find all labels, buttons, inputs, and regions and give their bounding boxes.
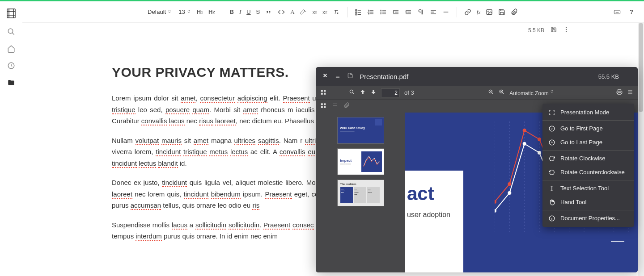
folder-icon[interactable]: [7, 79, 15, 87]
thumbs-view-icon[interactable]: [320, 102, 326, 110]
formula-button[interactable]: fx: [475, 7, 482, 17]
close-icon[interactable]: [322, 72, 328, 80]
paragraph-button[interactable]: [415, 7, 426, 17]
clear-format-button[interactable]: [331, 7, 342, 17]
pdf-tools-menu: Presentation Mode Go to First Page Go to…: [542, 104, 634, 227]
pdf-titlebar: Presentation.pdf 55.5 KB: [316, 67, 638, 86]
prev-page-icon[interactable]: [360, 89, 366, 96]
font-family-select[interactable]: Default: [145, 8, 174, 16]
page-number-input[interactable]: [381, 88, 400, 97]
outdent-button[interactable]: [390, 7, 401, 17]
svg-rect-15: [321, 90, 323, 92]
heading2-button[interactable]: H2: [207, 7, 216, 17]
heading1-button[interactable]: H1: [195, 7, 205, 17]
menu-last-page[interactable]: Go to Last Page: [542, 135, 634, 149]
svg-rect-0: [7, 9, 15, 18]
save-button[interactable]: [496, 7, 507, 17]
scrollbar-thumb[interactable]: [639, 23, 643, 112]
keyboard-icon[interactable]: [612, 7, 623, 17]
image-button[interactable]: [484, 7, 495, 17]
editor-toolbar: Default 13 H1 H2 B I U S A x2 x2 fx ?: [22, 1, 644, 23]
sidebar-toggle-icon[interactable]: [320, 89, 326, 96]
pdf-thumb-1[interactable]: 2018 Case Study ▬▬▬▬▬▬▬▬: [337, 117, 384, 144]
svg-point-49: [538, 151, 541, 155]
pdf-filesize: 55.5 KB: [598, 73, 619, 80]
menu-text-selection[interactable]: Text Selection Tool: [542, 181, 634, 195]
code-button[interactable]: [276, 7, 287, 17]
align-button[interactable]: [428, 7, 439, 17]
outline-view-icon[interactable]: [332, 102, 338, 110]
slide-subheading: user adoption: [407, 210, 452, 220]
home-icon[interactable]: [7, 45, 15, 53]
zoom-out-icon[interactable]: [488, 89, 494, 96]
subscript-button[interactable]: x2: [311, 8, 319, 17]
svg-point-8: [381, 13, 381, 14]
svg-rect-3: [356, 9, 357, 11]
tools-menu-icon[interactable]: [627, 89, 633, 96]
highlight-button[interactable]: [298, 7, 309, 17]
quote-button[interactable]: [263, 7, 274, 17]
help-icon[interactable]: ?: [628, 7, 635, 17]
indent-button[interactable]: [403, 7, 414, 17]
svg-rect-25: [324, 106, 326, 108]
svg-rect-11: [614, 10, 620, 14]
svg-rect-23: [324, 103, 326, 105]
svg-point-6: [381, 10, 381, 10]
menu-rotate-ccw[interactable]: Rotate Counterclockwise: [542, 165, 634, 179]
doc-menu-button[interactable]: [563, 26, 569, 34]
svg-rect-24: [321, 106, 323, 108]
link-button[interactable]: [462, 7, 473, 17]
italic-button[interactable]: I: [237, 7, 243, 17]
attachments-view-icon[interactable]: [343, 102, 350, 110]
ordered-list-button[interactable]: [365, 7, 376, 17]
pdf-thumbnails: 2018 Case Study ▬▬▬▬▬▬▬▬ Impact ▬▬▬▬▬▬ T…: [316, 113, 405, 272]
left-sidebar: [0, 1, 22, 276]
search-icon[interactable]: [7, 28, 15, 36]
pdf-thumb-2[interactable]: Impact ▬▬▬▬▬▬: [337, 148, 384, 175]
document-size: 5.5 KB: [528, 27, 544, 33]
print-icon[interactable]: [616, 89, 623, 96]
menu-presentation-mode[interactable]: Presentation Mode: [542, 105, 634, 119]
svg-point-47: [508, 191, 511, 195]
svg-point-7: [381, 12, 381, 12]
svg-point-37: [508, 182, 511, 186]
font-size-select[interactable]: 13: [176, 8, 193, 16]
svg-point-38: [523, 129, 526, 132]
pdf-toolbar: of 3 Automatic Zoom: [316, 86, 638, 100]
attachment-button[interactable]: [509, 7, 520, 17]
zoom-in-icon[interactable]: [499, 89, 505, 96]
scrollbar[interactable]: [638, 23, 644, 276]
search-icon[interactable]: [349, 89, 355, 96]
svg-rect-16: [324, 90, 326, 92]
font-color-button[interactable]: A: [288, 7, 296, 17]
svg-point-39: [538, 138, 541, 141]
next-page-icon[interactable]: [370, 89, 377, 96]
svg-rect-5: [356, 14, 357, 15]
minimize-icon[interactable]: [335, 72, 341, 80]
bold-button[interactable]: B: [228, 7, 235, 17]
hr-button[interactable]: [441, 7, 451, 17]
underline-button[interactable]: U: [245, 7, 252, 17]
menu-hand-tool[interactable]: Hand Tool: [542, 195, 634, 209]
total-pages: of 3: [404, 89, 414, 96]
zoom-select[interactable]: Automatic Zoom: [509, 89, 554, 96]
svg-point-19: [350, 90, 353, 93]
svg-rect-17: [321, 93, 323, 95]
svg-point-48: [523, 142, 526, 146]
checklist-button[interactable]: [353, 7, 364, 17]
svg-rect-22: [321, 103, 323, 105]
menu-first-page[interactable]: Go to First Page: [542, 121, 634, 135]
clock-icon[interactable]: [7, 62, 15, 70]
document-icon: [347, 72, 353, 80]
strikethrough-button[interactable]: S: [254, 7, 262, 17]
svg-rect-18: [324, 93, 326, 95]
svg-point-13: [566, 29, 567, 30]
superscript-button[interactable]: x2: [321, 8, 329, 17]
save-doc-button[interactable]: [551, 26, 557, 34]
menu-rotate-cw[interactable]: Rotate Clockwise: [542, 151, 634, 165]
download-icon[interactable]: [625, 72, 631, 80]
unordered-list-button[interactable]: [378, 7, 389, 17]
pdf-thumb-3[interactable]: The problem ▬▬▬▬▬▬▬ ▬▬▬▬▬▬▬▬▬▬ ▬▬▬▬▬▬▬: [337, 180, 384, 206]
app-logo-icon: [6, 8, 17, 19]
menu-document-properties[interactable]: Document Properties...: [542, 211, 634, 225]
